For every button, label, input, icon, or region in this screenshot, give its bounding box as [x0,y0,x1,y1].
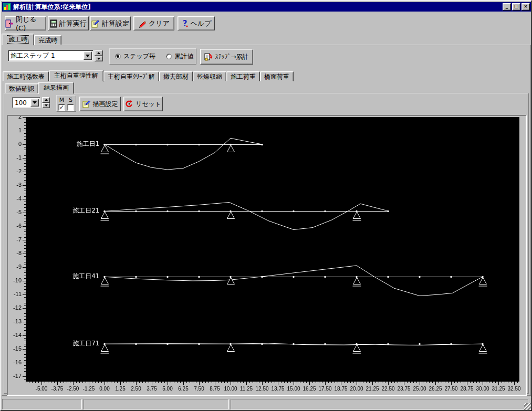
mode-radio-group: ステップ毎 累計値 [109,48,196,65]
tab-construction-stage-label: 施工時 [7,35,29,44]
spinner-up-icon[interactable] [95,50,103,56]
tab-deck-load-label: 橋面荷重 [264,73,289,80]
radio-unselected-icon [166,54,172,59]
deflection-chart [8,116,526,395]
calculation-settings-button[interactable]: 計算設定 [90,16,131,30]
app-icon [3,3,12,11]
tab-construction-load-label: 施工荷重 [231,73,256,80]
calculator-icon [50,19,57,28]
scale-select[interactable]: 100 [12,97,40,108]
tab-completion-stage[interactable]: 完成時 [34,35,61,45]
view-tabstrip: 数値確認 結果描画 [5,81,74,93]
help-label: ヘルプ [191,19,212,28]
draw-settings-label: 描画設定 [93,100,118,109]
spinner-up-icon[interactable] [42,97,50,103]
window-title: 解析[計算単位系:従来単位] [13,3,502,12]
step-select-value: 施工ステップ 1 [11,51,55,60]
radio-cumulative[interactable]: 累計値 [166,52,193,61]
status-bar [2,397,531,410]
tab-completion-stage-label: 完成時 [38,37,57,44]
radio-per-step-label: ステップ毎 [123,52,155,61]
m-checkbox-label: M [59,97,65,103]
close-app-label: 閉じる(C) [16,15,46,32]
minimize-button[interactable]: _ [503,3,511,10]
chart-panel [7,115,527,396]
spinner-down-icon[interactable] [42,103,50,109]
spinner-down-icon[interactable] [95,56,103,61]
title-bar[interactable]: 解析[計算単位系:従来単位] _ □ × [2,2,531,12]
radio-per-step[interactable]: ステップ毎 [115,52,155,61]
s-checkbox[interactable] [67,104,74,111]
chevron-down-icon[interactable] [84,51,92,60]
status-panel [84,399,229,409]
clear-button[interactable]: クリア [133,16,174,30]
reset-icon [125,100,133,108]
result-tabstrip: 施工時係数表 主桁自重弾性解 主桁自重ｸﾘｰﾌﾟ解 撤去部材 乾燥収縮 施工荷重… [3,69,294,81]
ms-checkbox-panel: M S ✓ [56,95,76,112]
tab-construction-stage[interactable]: 施工時 [2,34,34,46]
calculation-settings-label: 計算設定 [102,19,129,28]
eraser-pencil-icon [138,19,147,28]
step-select[interactable]: 施工ステップ 1 [8,50,93,61]
step-to-total-label: ｽﾃｯﾌﾟ→累計 [215,52,248,61]
draw-settings-button[interactable]: 描画設定 [79,97,121,111]
step-to-total-icon [204,52,213,61]
clear-label: クリア [149,19,170,28]
reset-button[interactable]: リセット [123,97,163,111]
draw-settings-icon [82,100,91,108]
radio-cumulative-label: 累計値 [174,52,193,61]
tab-removed-members[interactable]: 撤去部材 [159,71,193,81]
status-panel [2,399,82,409]
settings-doc-icon [91,19,100,28]
tab-result-drawing-label: 結果描画 [44,84,69,91]
help-button[interactable]: ? ヘルプ [178,16,215,30]
s-checkbox-label: S [69,97,72,103]
close-app-button[interactable]: 閉じる(C) [5,16,46,30]
tab-girder-selfweight-creep[interactable]: 主桁自重ｸﾘｰﾌﾟ解 [103,71,159,81]
step-spinner [95,50,103,61]
tab-girder-selfweight-elastic[interactable]: 主桁自重弾性解 [49,70,103,82]
tab-drying-shrinkage-label: 乾燥収縮 [197,73,222,80]
main-tabstrip: 施工時 完成時 [2,33,61,45]
help-icon: ? [181,19,189,28]
tab-removed-members-label: 撤去部材 [163,73,189,80]
step-to-total-button[interactable]: ｽﾃｯﾌﾟ→累計 [200,49,253,65]
tab-drying-shrinkage[interactable]: 乾燥収縮 [193,71,226,81]
tab-deck-load[interactable]: 橋面荷重 [260,71,294,81]
m-checkbox[interactable]: ✓ [58,104,65,111]
tab-coefficient-table-label: 施工時係数表 [7,73,45,80]
tab-numeric-check[interactable]: 数値確認 [5,83,38,93]
reset-label: リセット [135,100,161,109]
tab-girder-selfweight-creep-label: 主桁自重ｸﾘｰﾌﾟ解 [108,73,155,80]
tab-result-drawing[interactable]: 結果描画 [38,82,74,94]
maximize-button[interactable]: □ [512,3,520,10]
radio-selected-icon [115,54,121,59]
tab-construction-load[interactable]: 施工荷重 [226,71,260,81]
tab-girder-selfweight-elastic-label: 主桁自重弾性解 [54,72,98,79]
door-exit-icon [5,19,14,28]
tab-coefficient-table[interactable]: 施工時係数表 [3,71,49,81]
close-button[interactable]: × [521,3,530,10]
chevron-down-icon[interactable] [30,99,39,107]
scale-select-value: 100 [15,99,27,107]
scale-spinner [42,97,50,108]
app-window: 解析[計算単位系:従来単位] _ □ × 閉じる(C) 計算実行 計算設定 クリ… [0,0,532,411]
run-calculation-button[interactable]: 計算実行 [48,16,89,30]
run-calculation-label: 計算実行 [59,19,87,28]
resize-grip-icon[interactable] [524,403,531,410]
status-panel [231,399,528,409]
tab-numeric-check-label: 数値確認 [9,85,34,92]
